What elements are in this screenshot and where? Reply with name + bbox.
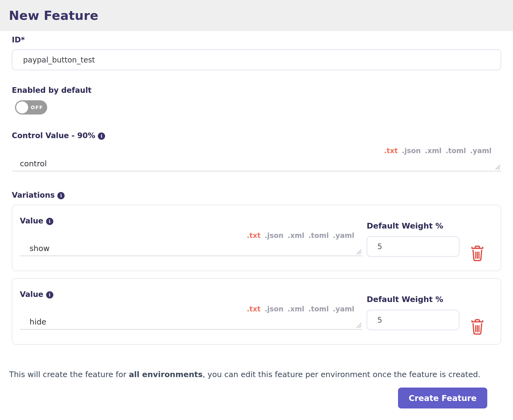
variation-value-textarea[interactable]: hide [20,313,362,330]
format-tab-json[interactable]: .json [265,305,284,313]
format-tab-txt[interactable]: .txt [247,305,261,313]
default-weight-group: Default Weight % [367,216,459,271]
variation-value-group: Valuei .txt .json .xml .toml .yaml hide [20,289,362,344]
format-tab-xml[interactable]: .xml [425,147,442,155]
value-label-text: Value [20,216,43,225]
format-tab-yaml[interactable]: .yaml [333,305,354,313]
delete-variation-button[interactable] [471,311,484,344]
info-icon[interactable]: i [46,291,53,299]
format-tab-json[interactable]: .json [402,147,421,155]
value-label: Valuei [20,289,362,300]
feature-id-input[interactable] [12,49,501,70]
variation-value-textarea[interactable]: show [20,240,362,256]
resize-handle-icon[interactable] [356,249,362,255]
value-label: Valuei [20,216,362,226]
format-tab-xml[interactable]: .xml [288,305,304,313]
note-prefix: This will create the feature for [9,370,129,379]
enabled-toggle[interactable]: OFF [15,100,47,115]
variation-card: Valuei .txt .json .xml .toml .yaml hide … [12,278,501,345]
info-icon[interactable]: i [46,218,53,225]
default-weight-group: Default Weight % [367,289,459,344]
format-tab-txt[interactable]: .txt [384,147,398,155]
format-tab-toml[interactable]: .toml [308,231,329,240]
default-weight-input[interactable] [367,310,459,330]
format-tab-toml[interactable]: .toml [445,147,466,155]
delete-variation-button[interactable] [471,237,484,271]
format-tabs: .txt .json .xml .toml .yaml [20,305,362,313]
trash-icon [471,319,484,336]
trash-icon [471,245,484,262]
control-value-text: control [20,159,47,168]
new-feature-form: ID* Enabled by default OFF Control Value… [0,35,513,408]
control-value-group: .txt .json .xml .toml .yaml control [12,147,501,171]
environments-note: This will create the feature for all env… [9,369,501,380]
page-header: New Feature [0,0,513,31]
variation-value-group: Valuei .txt .json .xml .toml .yaml show [20,216,362,271]
info-icon[interactable]: i [98,132,105,140]
format-tab-xml[interactable]: .xml [288,231,304,240]
resize-handle-icon[interactable] [495,164,501,170]
remove-variation [459,216,495,271]
id-label: ID* [12,35,501,45]
value-label-text: Value [20,290,43,299]
default-weight-label: Default Weight % [367,221,459,230]
toggle-knob-icon [16,101,28,113]
format-tab-toml[interactable]: .toml [308,305,329,313]
enabled-by-default-label: Enabled by default [12,85,501,95]
format-tabs: .txt .json .xml .toml .yaml [12,147,501,155]
default-weight-input[interactable] [367,236,459,257]
info-icon[interactable]: i [57,192,65,199]
variation-card: Valuei .txt .json .xml .toml .yaml show … [12,205,501,271]
note-bold: all environments [129,370,203,379]
format-tabs: .txt .json .xml .toml .yaml [20,231,362,240]
control-value-textarea[interactable]: control [12,155,501,171]
default-weight-label: Default Weight % [367,295,459,304]
variation-value-text: show [29,244,50,253]
variations-label-text: Variations [12,191,55,200]
variations-label: Variationsi [12,190,501,200]
control-value-label: Control Value - 90%i [12,131,501,141]
resize-handle-icon[interactable] [356,322,362,328]
note-suffix: , you can edit this feature per environm… [203,370,480,379]
create-feature-button[interactable]: Create Feature [398,388,487,408]
format-tab-json[interactable]: .json [265,231,284,240]
format-tab-yaml[interactable]: .yaml [333,231,354,240]
format-tab-txt[interactable]: .txt [247,231,261,240]
format-tab-yaml[interactable]: .yaml [470,147,492,155]
control-value-label-text: Control Value - 90% [12,131,95,140]
page-title: New Feature [9,8,98,23]
toggle-state-label: OFF [31,105,43,110]
form-actions: Create Feature [12,388,501,408]
remove-variation [459,289,495,344]
variation-value-text: hide [29,317,46,326]
